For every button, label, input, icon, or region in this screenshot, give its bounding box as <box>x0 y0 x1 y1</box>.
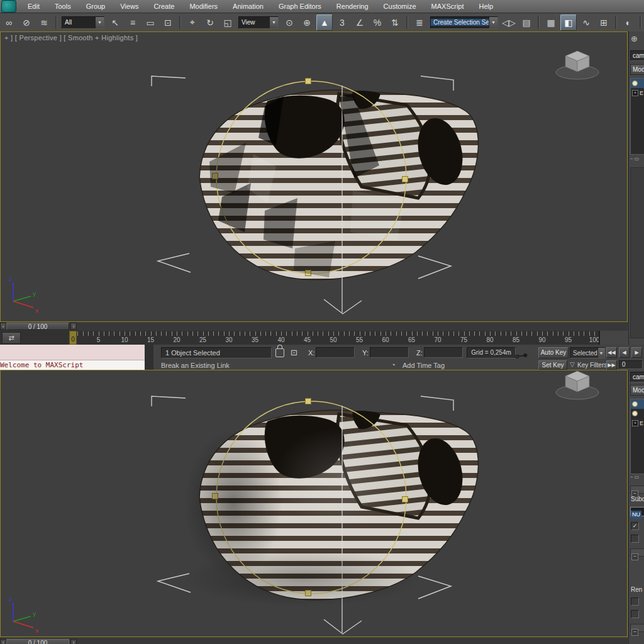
select-by-name-icon[interactable]: ≡ <box>125 14 141 31</box>
menu-create[interactable]: Create <box>146 0 182 13</box>
menu-animation[interactable]: Animation <box>225 0 271 13</box>
stack-tools-strip[interactable]: −▭ <box>630 156 644 164</box>
menu-edit[interactable]: Edit <box>20 0 47 13</box>
add-time-tag[interactable]: Add Time Tag <box>402 362 445 369</box>
key-filter-icon[interactable]: ▽ <box>570 361 575 368</box>
use-pivot-point-center-icon[interactable]: ⊙ <box>281 14 297 31</box>
menu-maxscript[interactable]: MAXScript <box>424 0 472 13</box>
named-selection-sets-dropdown[interactable]: Create Selection Se▼ <box>430 16 498 29</box>
select-and-scale-icon[interactable]: ◱ <box>219 14 236 31</box>
lightbulb-icon[interactable] <box>632 411 638 416</box>
menu-tools[interactable]: Tools <box>47 0 79 13</box>
checkbox-unchecked[interactable] <box>631 597 639 606</box>
time-slider-handle[interactable]: 0 / 100 <box>6 639 69 644</box>
y-coordinate-field[interactable] <box>370 347 409 358</box>
collapse-icon[interactable]: − <box>631 629 638 636</box>
z-coordinate-field[interactable] <box>424 347 463 358</box>
key-mode-dropdown[interactable]: Selected▼ <box>570 347 605 358</box>
angle-snap-toggle-icon[interactable]: ∠ <box>352 14 368 31</box>
select-object-icon[interactable]: ↖ <box>107 14 123 31</box>
modifier-stack[interactable]: +E <box>630 78 644 155</box>
absolute-offset-mode-icon[interactable]: ⊡ <box>291 348 297 357</box>
lightbulb-icon[interactable] <box>632 401 638 407</box>
material-editor-icon[interactable]: ◐ <box>620 14 636 31</box>
viewport-label[interactable]: + ] [ Perspective ] [ Smooth + Highlight… <box>4 34 138 42</box>
play-button[interactable]: ▶ <box>631 347 642 358</box>
reference-coordinate-system-dropdown[interactable]: View▼ <box>238 16 279 29</box>
object-name-field[interactable]: camis <box>630 50 644 61</box>
time-slider-next-button[interactable]: › <box>70 639 77 644</box>
snaps-toggle-3d-icon[interactable]: 3 <box>334 14 350 31</box>
modifier-stack-row-selected[interactable] <box>631 399 644 409</box>
percent-snap-toggle-icon[interactable]: % <box>369 14 386 31</box>
go-to-end-button[interactable]: ▶▶ <box>606 360 617 370</box>
auto-key-button[interactable]: Auto Key <box>538 347 569 358</box>
spinner-snap-toggle-icon[interactable]: ⇅ <box>387 14 403 31</box>
menu-views[interactable]: Views <box>113 0 146 13</box>
rollout-header-2[interactable]: − <box>630 548 644 557</box>
lightbulb-icon[interactable] <box>632 80 638 86</box>
time-slider-prev-button[interactable]: ‹ <box>0 323 6 330</box>
listener-macro-pane[interactable] <box>0 345 145 360</box>
viewport-perspective-top[interactable]: z y x <box>0 31 628 322</box>
schematic-view-icon[interactable]: ⊞ <box>596 14 612 31</box>
rollout-header-subdivision[interactable]: − <box>630 486 644 494</box>
modifier-list-dropdown[interactable]: Modif <box>630 385 644 396</box>
menu-group[interactable]: Group <box>79 0 113 13</box>
menu-customize[interactable]: Customize <box>376 0 424 13</box>
menu-help[interactable]: Help <box>472 0 501 13</box>
modifier-stack-row-mesh[interactable]: +E <box>631 88 644 97</box>
select-and-link-icon[interactable]: ∞ <box>1 14 17 31</box>
window-crossing-toggle-icon[interactable]: ⊡ <box>160 14 176 31</box>
align-icon[interactable]: ▤ <box>518 14 535 31</box>
checkbox-unchecked[interactable] <box>631 610 639 618</box>
modifier-stack-row-selected[interactable] <box>631 79 644 88</box>
time-slider-next-button[interactable]: › <box>70 323 77 330</box>
modifier-stack-row-mesh[interactable]: +E <box>631 418 644 428</box>
x-coordinate-field[interactable] <box>316 347 355 358</box>
selection-lock-icon[interactable] <box>275 348 284 357</box>
expand-icon[interactable]: + <box>632 90 638 96</box>
current-frame-field[interactable]: 0 <box>619 360 643 369</box>
modifier-stack[interactable]: +E <box>630 399 644 474</box>
rectangular-selection-region-icon[interactable]: ▭ <box>142 14 158 31</box>
select-and-move-icon[interactable]: ⌖ <box>184 14 201 31</box>
keyboard-shortcut-override-icon[interactable]: ▲ <box>316 14 333 31</box>
set-keys-key-icon[interactable]: ⊶ <box>513 346 537 367</box>
expand-icon[interactable]: + <box>632 420 638 426</box>
time-slider-prev-button[interactable]: ‹ <box>0 639 6 644</box>
edit-named-selection-sets-icon[interactable]: ≣ <box>411 14 428 31</box>
object-name-field[interactable]: camis <box>630 372 644 382</box>
select-and-manipulate-icon[interactable]: ⊕ <box>299 14 315 31</box>
layer-manager-icon[interactable]: ▦ <box>543 14 559 31</box>
graphite-ribbon-toggle-icon[interactable]: ◧ <box>560 14 577 31</box>
selection-filter-dropdown[interactable]: All▼ <box>62 16 104 29</box>
modifier-stack-row[interactable] <box>631 409 644 418</box>
checkbox-checked[interactable]: ✓ <box>631 522 639 530</box>
previous-frame-button[interactable]: ◀ <box>619 347 630 358</box>
set-key-button[interactable]: Set Key <box>538 360 567 370</box>
mirror-icon[interactable]: ◁▷ <box>501 14 517 31</box>
bind-to-space-warp-icon[interactable]: ≋ <box>36 14 52 31</box>
viewport-perspective-bottom[interactable] <box>0 370 628 637</box>
subdivision-method-field[interactable]: NU <box>630 507 644 516</box>
maxscript-mini-listener[interactable]: Welcome to MAXScript <box>0 345 153 370</box>
go-to-start-button[interactable]: ◀◀ <box>606 347 617 358</box>
current-frame-marker[interactable]: 0 <box>69 331 77 345</box>
modifier-list-dropdown[interactable]: Modif <box>630 64 644 75</box>
stack-tools-strip[interactable]: −▭ <box>630 474 644 482</box>
menu-rendering[interactable]: Rendering <box>329 0 376 13</box>
unlink-selection-icon[interactable]: ⊘ <box>18 14 35 31</box>
time-slider-handle[interactable]: 0 / 100 <box>6 323 69 330</box>
checkbox-unchecked[interactable] <box>631 535 639 543</box>
select-and-rotate-icon[interactable]: ↻ <box>202 14 218 31</box>
curve-editor-icon[interactable]: ∿ <box>578 14 594 31</box>
rollout-header-3[interactable]: − <box>630 624 644 632</box>
track-ruler[interactable]: 5101520253035404550556065707580859095100 <box>0 331 599 345</box>
listener-output-pane[interactable]: Welcome to MAXScript <box>0 360 145 370</box>
menu-graph-editors[interactable]: Graph Editors <box>271 0 329 13</box>
menu-modifiers[interactable]: Modifiers <box>182 0 225 13</box>
motion-tab-icon[interactable]: ⊕ <box>631 34 638 43</box>
collapse-icon[interactable]: − <box>631 553 638 560</box>
app-logo-icon[interactable] <box>1 0 16 13</box>
